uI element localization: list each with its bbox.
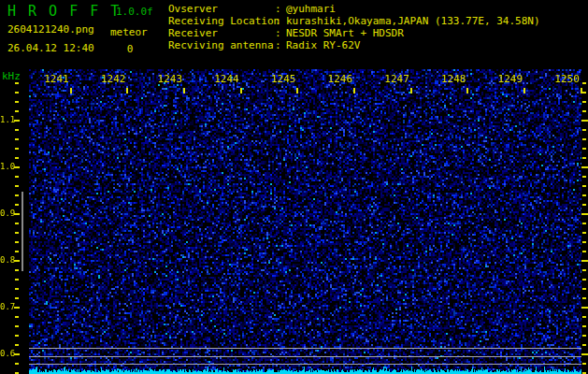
level-reference-line xyxy=(29,356,581,357)
y-tick-mark-minor xyxy=(582,279,586,280)
y-tick-label: 0.7 xyxy=(0,302,13,311)
y-tick-mark-minor xyxy=(582,223,586,224)
x-tick-mark xyxy=(296,88,298,94)
x-tick-label: 1244 xyxy=(214,73,240,85)
y-tick-mark-major xyxy=(581,166,588,168)
x-tick-mark xyxy=(353,88,355,94)
y-tick-mark-major xyxy=(581,120,588,122)
y-tick-mark-minor xyxy=(15,269,19,271)
y-tick-mark-minor xyxy=(15,204,19,206)
y-tick-mark-major xyxy=(581,213,588,215)
app-version: 1.0.0f xyxy=(116,6,153,18)
y-tick-mark-minor xyxy=(15,279,19,280)
info-label: Receiving Location xyxy=(168,15,275,27)
station-info: Ovserver:@yuhmari Receiving Location:kur… xyxy=(168,3,540,51)
meteor-counter-label: meteor xyxy=(110,26,148,38)
info-label: Recviving antenna xyxy=(168,39,275,51)
y-tick-mark-minor xyxy=(15,82,19,84)
info-colon: : xyxy=(275,39,286,51)
level-reference-line xyxy=(29,364,581,365)
x-tick-mark xyxy=(126,88,128,94)
x-tick-mark xyxy=(410,88,412,94)
info-colon: : xyxy=(275,27,286,39)
y-tick-mark-minor xyxy=(15,129,19,131)
y-tick-mark-minor xyxy=(582,241,586,243)
info-row-antenna: Recviving antenna:Radix RY-62V xyxy=(168,39,540,51)
y-tick-mark-minor xyxy=(15,335,19,337)
x-tick-label: 1248 xyxy=(440,73,466,85)
info-colon: : xyxy=(275,3,286,15)
frequency-window-marker xyxy=(22,192,23,271)
y-tick-mark-minor xyxy=(15,92,19,94)
y-tick-mark-minor xyxy=(582,101,586,103)
x-tick-mark xyxy=(523,88,525,94)
y-tick-mark-major xyxy=(14,307,20,309)
y-tick-label: 0.8 xyxy=(0,255,13,265)
x-tick-label: 1243 xyxy=(157,73,183,85)
y-tick-mark-minor xyxy=(582,325,586,327)
y-tick-mark-minor xyxy=(582,344,586,346)
y-tick-mark-minor xyxy=(15,288,19,290)
x-tick-label: 1246 xyxy=(327,73,353,85)
x-tick-mark xyxy=(240,88,242,94)
y-tick-mark-minor xyxy=(582,269,586,271)
x-tick-mark xyxy=(183,88,185,94)
y-tick-mark-minor xyxy=(582,92,586,94)
y-tick-mark-minor xyxy=(15,157,19,159)
level-reference-line xyxy=(29,348,581,349)
y-tick-mark-minor xyxy=(15,110,19,112)
y-tick-mark-major xyxy=(14,353,20,355)
y-tick-mark-minor xyxy=(582,232,586,234)
y-tick-mark-major xyxy=(14,166,20,168)
y-tick-mark-minor xyxy=(15,223,19,224)
y-tick-mark-minor xyxy=(15,232,19,234)
y-tick-mark-major xyxy=(14,260,20,262)
y-tick-mark-minor xyxy=(582,297,586,299)
info-value: Radix RY-62V xyxy=(286,39,360,51)
x-tick-label: 1245 xyxy=(270,73,296,85)
x-tick-mark xyxy=(466,88,468,94)
y-tick-mark-minor xyxy=(582,129,586,131)
y-tick-mark-minor xyxy=(582,148,586,150)
y-axis-unit-label: kHz xyxy=(2,70,21,82)
x-tick-label: 1249 xyxy=(497,73,523,85)
y-tick-mark-minor xyxy=(15,297,19,299)
y-tick-mark-minor xyxy=(582,335,586,337)
app-title: H R O F F T xyxy=(7,3,121,20)
x-tick-label: 1250 xyxy=(554,73,581,85)
y-tick-mark-major xyxy=(581,353,588,355)
info-value: NESDR SMArt + HDSDR xyxy=(286,27,404,39)
info-label: Ovserver xyxy=(168,3,275,15)
y-tick-mark-minor xyxy=(15,148,19,150)
info-label: Receiver xyxy=(168,27,275,39)
y-tick-mark-minor xyxy=(15,363,19,365)
y-tick-mark-minor xyxy=(15,251,19,252)
y-tick-mark-minor xyxy=(582,316,586,318)
record-datetime: 26.04.12 12:40 xyxy=(7,42,94,54)
spectrogram-canvas xyxy=(29,69,581,374)
y-tick-mark-minor xyxy=(15,194,19,196)
info-row-observer: Ovserver:@yuhmari xyxy=(168,3,540,15)
y-tick-mark-minor xyxy=(582,185,586,187)
info-value: kurashiki,Okayama,JAPAN (133.77E, 34.58N… xyxy=(286,15,540,27)
y-tick-mark-minor xyxy=(582,194,586,196)
info-colon: : xyxy=(275,15,286,27)
y-tick-label: 1.0 xyxy=(0,162,13,171)
y-tick-label: 1.1 xyxy=(0,115,13,124)
y-tick-mark-minor xyxy=(582,138,586,140)
info-row-receiver: Receiver:NESDR SMArt + HDSDR xyxy=(168,27,540,39)
y-tick-mark-minor xyxy=(15,241,19,243)
y-tick-mark-minor xyxy=(15,316,19,318)
y-tick-label: 0.6 xyxy=(0,349,13,358)
y-tick-mark-minor xyxy=(15,325,19,327)
y-tick-mark-major xyxy=(14,120,20,122)
y-tick-mark-minor xyxy=(582,176,586,178)
x-tick-label: 1242 xyxy=(100,73,126,85)
x-tick-label: 1247 xyxy=(384,73,410,85)
x-tick-mark xyxy=(70,88,72,94)
y-tick-mark-minor xyxy=(582,363,586,365)
y-tick-mark-minor xyxy=(15,176,19,178)
y-tick-mark-major xyxy=(14,213,20,215)
y-tick-mark-minor xyxy=(582,157,586,159)
y-tick-mark-minor xyxy=(582,110,586,112)
